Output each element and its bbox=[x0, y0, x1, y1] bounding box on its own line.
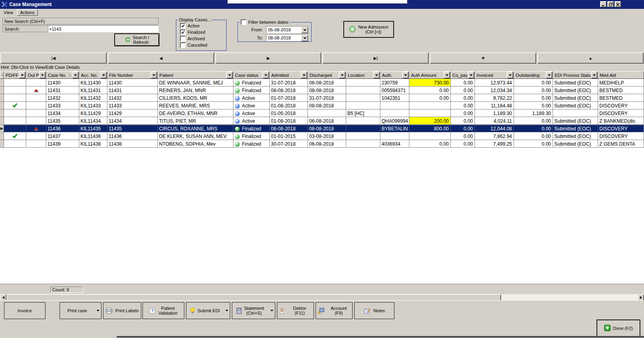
restore-button[interactable] bbox=[607, 1, 614, 7]
column-filter-dropdown-button[interactable] bbox=[373, 72, 380, 78]
statement-dropdown-button[interactable] bbox=[268, 302, 275, 319]
nav-last-button[interactable]: ▶| bbox=[322, 52, 429, 64]
submit-edi-dropdown-button[interactable] bbox=[223, 302, 230, 319]
cell-outstanding: 0.00 bbox=[514, 94, 553, 102]
nav-first-button[interactable]: |◀ bbox=[0, 52, 107, 64]
column-header-co_paym[interactable]: Co_paym bbox=[451, 71, 475, 79]
column-filter-dropdown-button[interactable] bbox=[19, 72, 25, 78]
from-date-dropdown-button[interactable] bbox=[301, 27, 308, 33]
cell-auth: QHA099994 bbox=[380, 117, 409, 125]
window-title: Case Management bbox=[9, 2, 52, 7]
close-button[interactable] bbox=[615, 1, 621, 7]
debtor-button[interactable]: Debtor (F11) bbox=[277, 302, 314, 319]
column-filter-dropdown-button[interactable] bbox=[468, 72, 474, 78]
table-row[interactable]: 11433KIL1143311433REEVES, MARIE, MRSActi… bbox=[0, 102, 644, 109]
debtor-label: Debtor (F11) bbox=[287, 306, 312, 315]
table-row[interactable]: 11435KIL1143411434TITUS, PIET, MRActive0… bbox=[0, 117, 644, 125]
nav-next-button[interactable]: ▶ bbox=[215, 52, 322, 64]
menu-actions[interactable]: Actions bbox=[17, 9, 38, 16]
column-filter-dropdown-button[interactable] bbox=[39, 72, 45, 78]
column-filter-dropdown-button[interactable] bbox=[546, 72, 552, 78]
column-filter-dropdown-button[interactable] bbox=[72, 72, 78, 78]
column-header-case_status[interactable]: Case status bbox=[233, 71, 270, 79]
column-filter-dropdown-button[interactable] bbox=[444, 72, 450, 78]
date-filter-checkbox[interactable] bbox=[241, 19, 246, 25]
new-search-header[interactable]: New Search (Ctrl+F) bbox=[2, 18, 159, 25]
checkbox-finalized[interactable] bbox=[180, 29, 186, 35]
cell-case_status: Finalized bbox=[233, 87, 270, 94]
cell-admitted: 01-07-2018 bbox=[270, 94, 308, 102]
status-sphere-icon bbox=[235, 88, 240, 93]
checkbox-label: Finalized bbox=[188, 30, 205, 35]
column-header-edi[interactable]: EDI Process Status bbox=[553, 71, 598, 79]
horizontal-scrollbar[interactable] bbox=[0, 294, 644, 300]
search-refresh-button[interactable]: Search / Refresh bbox=[114, 33, 159, 46]
column-filter-dropdown-button[interactable] bbox=[100, 72, 107, 78]
printer-icon bbox=[105, 308, 113, 314]
column-filter-dropdown-button[interactable] bbox=[151, 72, 157, 78]
cell-invoiced: 11,164.48 bbox=[475, 102, 514, 109]
checkbox-active[interactable] bbox=[180, 23, 186, 29]
table-row[interactable]: 11437KIL1143611436DE KLERK, SUSAN ANN, M… bbox=[0, 132, 644, 140]
column-header-outstanding[interactable]: Outstanding bbox=[514, 71, 553, 79]
column-header-invoiced[interactable]: Invoiced bbox=[475, 71, 514, 79]
cell-case_status: Active bbox=[233, 109, 270, 117]
column-header-auth_amount[interactable]: Auth Amount bbox=[409, 71, 451, 79]
to-date-dropdown-button[interactable] bbox=[301, 35, 308, 41]
to-date-field[interactable]: 08-08-2018 bbox=[266, 34, 309, 41]
checkbox-label: Active bbox=[188, 23, 200, 28]
new-admission-button[interactable]: New Admission (Ctrl [+]) bbox=[343, 21, 394, 38]
table-row[interactable]: 11439KIL1143811438NTOBENG, SOPHIA, MevFi… bbox=[0, 140, 644, 148]
table-row[interactable]: 11432KIL1143211432CILLIERS, KOOS, MRActi… bbox=[0, 94, 644, 102]
account-button[interactable]: Account (F9) bbox=[316, 302, 353, 319]
column-header-location[interactable]: Location bbox=[346, 71, 380, 79]
column-header-outpa[interactable]: Out Pa bbox=[26, 71, 46, 79]
cell-file_number: 11431 bbox=[107, 87, 158, 94]
cell-case_status: Active bbox=[233, 117, 270, 125]
patient-validation-button[interactable]: ?PatientValidation bbox=[142, 302, 184, 319]
column-header-file_number[interactable]: File Number bbox=[107, 71, 158, 79]
calculator-icon bbox=[237, 308, 242, 314]
minimize-button[interactable] bbox=[600, 1, 607, 7]
table-row[interactable]: 11431KIL1143111431REINERS, JAN, MNRFinal… bbox=[0, 87, 644, 94]
column-filter-dropdown-button[interactable] bbox=[301, 72, 307, 78]
nav-previous-button[interactable]: ◀ bbox=[108, 52, 214, 64]
nav-add-button[interactable]: + bbox=[430, 52, 536, 64]
column-header-patient[interactable]: Patient bbox=[158, 71, 233, 79]
table-row[interactable]: ▶11436KIL1143511435CIRCUS, ROXANNE, MRSF… bbox=[0, 125, 644, 132]
notes-button[interactable]: Notes bbox=[354, 302, 394, 319]
column-header-medaid[interactable]: Med.Aid bbox=[598, 71, 644, 79]
column-header-pdff[interactable]: PD/FF bbox=[4, 71, 26, 79]
print-labels-button[interactable]: Print Labels bbox=[103, 302, 141, 319]
table-row[interactable]: 11434KIL1142911429DE AVEIRO, ETHAN, MNRA… bbox=[0, 109, 644, 117]
submit-edi-button[interactable]: Submit EDI bbox=[186, 302, 224, 319]
statement-button[interactable]: Statement(Ctrl+S) bbox=[232, 302, 269, 319]
done-arrow-icon bbox=[604, 325, 611, 332]
column-filter-dropdown-button[interactable] bbox=[262, 72, 269, 78]
red-alarm-icon bbox=[33, 87, 39, 94]
column-filter-dropdown-button[interactable] bbox=[339, 72, 345, 78]
column-header-admitted[interactable]: Admitted bbox=[270, 71, 308, 79]
column-header-case_no[interactable]: Case No.△ bbox=[46, 71, 79, 79]
checkbox-archived[interactable] bbox=[180, 36, 186, 41]
grid-empty-area bbox=[0, 148, 644, 284]
print-case-button[interactable]: Print case bbox=[60, 302, 95, 319]
menu-view[interactable]: View bbox=[1, 10, 16, 15]
cell-pdff bbox=[4, 140, 26, 148]
column-header-discharged[interactable]: Discharged bbox=[308, 71, 346, 79]
table-row[interactable]: 11430KIL1143011430DE WINNAAR, SANNIE, ME… bbox=[0, 79, 644, 87]
nav-up-button[interactable]: ▲ bbox=[537, 52, 644, 64]
column-header-auth[interactable]: Auth. bbox=[380, 71, 409, 79]
column-filter-dropdown-button[interactable] bbox=[226, 72, 233, 78]
cell-auth_amount bbox=[409, 109, 451, 117]
checkbox-cancelled[interactable] bbox=[180, 42, 186, 48]
column-filter-dropdown-button[interactable] bbox=[507, 72, 513, 78]
done-button[interactable]: Done (F2) bbox=[597, 319, 640, 337]
column-filter-dropdown-button[interactable] bbox=[591, 72, 597, 78]
print-case-dropdown-button[interactable] bbox=[95, 302, 101, 319]
column-filter-dropdown-button[interactable] bbox=[402, 72, 409, 78]
invoice-button[interactable]: Invoice bbox=[4, 302, 45, 319]
from-date-field[interactable]: 05-08-2018 bbox=[266, 26, 309, 33]
search-input[interactable] bbox=[48, 25, 159, 32]
column-header-acc_no[interactable]: Acc. No. bbox=[79, 71, 107, 79]
